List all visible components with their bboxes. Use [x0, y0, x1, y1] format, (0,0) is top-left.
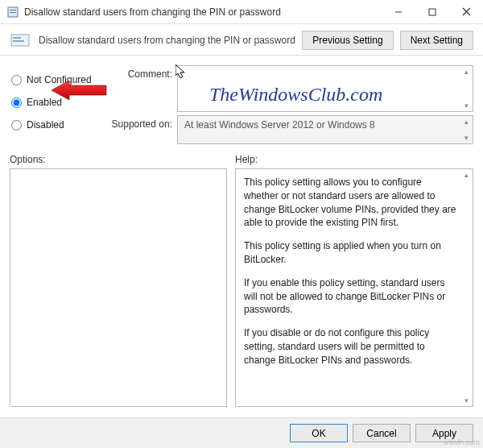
close-button[interactable] — [449, 0, 483, 24]
help-paragraph: This policy setting is applied when you … — [244, 239, 456, 267]
options-area — [10, 168, 227, 407]
form-column: Comment: ▴ ▾ Supported on: At least Wind… — [111, 65, 473, 147]
svg-rect-4 — [429, 9, 436, 15]
minimize-button[interactable] — [382, 0, 415, 24]
supported-row: Supported on: At least Windows Server 20… — [111, 115, 473, 144]
radio-enabled[interactable]: Enabled — [11, 91, 106, 114]
supported-scroll-down-icon[interactable]: ▾ — [460, 132, 473, 143]
help-paragraph: This policy setting allows you to config… — [244, 176, 456, 230]
ok-button[interactable]: OK — [290, 424, 348, 442]
maximize-button[interactable] — [415, 0, 449, 24]
supported-label: Supported on: — [111, 115, 177, 130]
radio-not-configured-input[interactable] — [11, 75, 22, 85]
radio-disabled[interactable]: Disabled — [11, 114, 106, 136]
comment-scroll-up-icon[interactable]: ▴ — [460, 66, 473, 77]
button-bar: OK Cancel Apply — [0, 417, 483, 448]
supported-scroll-up-icon[interactable]: ▴ — [460, 116, 473, 127]
comment-row: Comment: ▴ ▾ — [111, 65, 473, 112]
supported-on-box: At least Windows Server 2012 or Windows … — [177, 115, 473, 144]
radio-disabled-input[interactable] — [11, 120, 22, 131]
apply-button[interactable]: Apply — [415, 424, 473, 442]
radio-disabled-label: Disabled — [27, 119, 64, 131]
config-area: Not Configured Enabled Disabled Comment:… — [0, 62, 483, 147]
supported-on-value: At least Windows Server 2012 or Windows … — [184, 119, 375, 131]
window-title: Disallow standard users from changing th… — [24, 6, 382, 18]
radio-not-configured-label: Not Configured — [27, 74, 92, 85]
svg-rect-8 — [13, 37, 21, 39]
comment-textarea[interactable]: ▴ ▾ — [177, 65, 473, 112]
options-label: Options: — [10, 154, 227, 165]
cancel-button[interactable]: Cancel — [353, 424, 411, 442]
help-scroll-up-icon[interactable]: ▴ — [460, 169, 473, 180]
setting-title: Disallow standard users from changing th… — [39, 35, 295, 46]
help-text-area: This policy setting allows you to config… — [235, 168, 473, 407]
help-label: Help: — [235, 154, 473, 165]
help-paragraph: If you enable this policy setting, stand… — [244, 276, 456, 317]
help-column: Help: This policy setting allows you to … — [235, 154, 473, 407]
separator — [0, 55, 483, 56]
radio-not-configured[interactable]: Not Configured — [11, 68, 106, 91]
lower-area: Options: Help: This policy setting allow… — [0, 147, 483, 407]
comment-label: Comment: — [111, 65, 177, 80]
titlebar: Disallow standard users from changing th… — [0, 0, 483, 24]
help-paragraph: If you disable or do not configure this … — [244, 326, 456, 367]
radio-enabled-label: Enabled — [27, 97, 62, 108]
svg-rect-2 — [10, 12, 16, 13]
svg-rect-1 — [10, 10, 16, 10]
previous-setting-button[interactable]: Previous Setting — [302, 31, 393, 50]
comment-scroll-down-icon[interactable]: ▾ — [460, 100, 473, 111]
help-scroll-down-icon[interactable]: ▾ — [460, 395, 473, 406]
svg-rect-9 — [13, 40, 24, 42]
policy-icon — [6, 6, 19, 19]
setting-icon — [10, 33, 32, 48]
next-setting-button[interactable]: Next Setting — [400, 31, 473, 50]
state-radio-group: Not Configured Enabled Disabled — [11, 65, 106, 147]
header: Disallow standard users from changing th… — [0, 24, 483, 55]
radio-enabled-input[interactable] — [11, 97, 22, 108]
options-column: Options: — [10, 154, 227, 407]
